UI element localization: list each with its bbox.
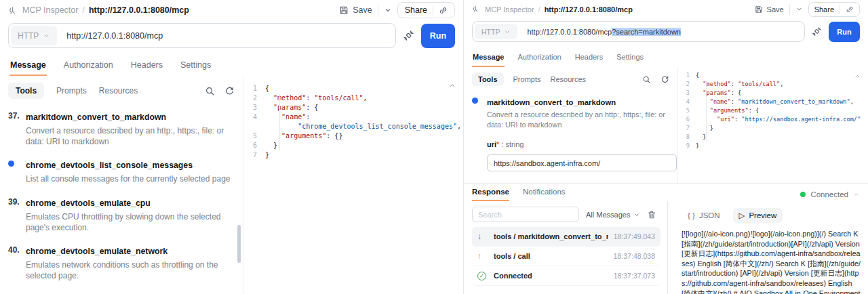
disconnect-plug-icon[interactable] <box>812 26 822 37</box>
message-direction-icon: ✓ <box>477 272 494 280</box>
tab-headers[interactable]: Headers <box>574 50 604 67</box>
message-row[interactable]: ↓ tools / markitdown_convert_to_mar... 1… <box>472 227 660 247</box>
save-label: Save <box>353 5 372 15</box>
request-url-input[interactable]: http://127.0.0.1:8080/mcp <box>66 31 163 41</box>
subtab-prompts[interactable]: Prompts <box>513 75 541 83</box>
divider <box>378 5 378 16</box>
share-button-group[interactable]: Share <box>397 2 455 18</box>
tools-column: Tools Prompts Resources <box>464 67 677 183</box>
save-button[interactable]: Save <box>755 4 803 15</box>
message-direction-icon: ↑ <box>477 251 494 261</box>
tab-message[interactable]: Message <box>472 50 505 67</box>
parameter-name: uri <box>487 140 496 148</box>
tool-list-item[interactable]: 39. chrome_devtools_emulate_cpu Emulates… <box>8 196 235 233</box>
selected-tool[interactable]: markitdown_convert_to_markdown Convert a… <box>472 96 669 129</box>
message-label: tools / call <box>494 252 608 260</box>
tool-description: Emulates network conditions such as thro… <box>26 259 235 281</box>
subtab-prompts[interactable]: Prompts <box>56 86 87 96</box>
save-menu-chevron-icon[interactable] <box>795 5 803 13</box>
message-timestamp: 18:37:48.038 <box>614 252 655 260</box>
message-tabs: Message Authorization Headers Settings <box>0 55 463 76</box>
collapse-editor-chevron-icon[interactable] <box>448 81 456 89</box>
tool-list: 37. markitdown_convert_to_markdown Conve… <box>8 110 235 294</box>
tools-column: Tools Prompts Resources <box>0 76 243 294</box>
tab-settings[interactable]: Settings <box>180 58 212 76</box>
run-button[interactable]: Run <box>829 22 860 42</box>
json-code[interactable]: 1{2 "method": "tools/call",3 "params": {… <box>678 67 868 150</box>
tool-name: chrome_devtools_list_console_messages <box>26 161 193 170</box>
parameter-type: : string <box>499 140 524 148</box>
tab-notifications[interactable]: Notifications <box>523 188 566 201</box>
protocol-select[interactable]: HTTP <box>11 26 57 45</box>
subtab-resources[interactable]: Resources <box>99 86 138 96</box>
tab-authorization[interactable]: Authorization <box>63 58 114 76</box>
indent-guide <box>706 80 707 142</box>
save-button[interactable]: Save <box>339 5 392 16</box>
disconnect-plug-icon[interactable] <box>403 30 414 41</box>
search-icon[interactable] <box>642 75 651 84</box>
request-url-input[interactable]: http://127.0.0.1:8080/mcp?search=markitd… <box>527 28 681 36</box>
protocol-select[interactable]: HTTP <box>475 24 517 39</box>
tool-name: markitdown_convert_to_markdown <box>26 112 166 122</box>
message-row[interactable]: ↑ tools / call 18:37:48.038 <box>472 247 660 266</box>
clear-messages-trash-icon[interactable] <box>647 210 656 219</box>
preview-view-button[interactable]: ▷ Preview <box>733 208 783 223</box>
mcp-logo-icon <box>8 6 17 15</box>
run-button[interactable]: Run <box>421 24 455 48</box>
response-section: Response Notifications Connected <box>464 183 868 294</box>
tab-message[interactable]: Message <box>9 58 47 76</box>
tool-description: Convert a resource described by an http:… <box>26 125 235 147</box>
tool-list-item[interactable]: 37. markitdown_convert_to_markdown Conve… <box>8 110 235 147</box>
message-timestamp: 18:37:49.043 <box>614 232 655 240</box>
tool-number: 37. <box>8 110 26 147</box>
tool-list-item[interactable]: 40. chrome_devtools_emulate_network Emul… <box>8 245 235 281</box>
message-search-input[interactable] <box>472 207 579 222</box>
refresh-icon[interactable] <box>224 86 235 96</box>
breadcrumb-app: MCP Inspector <box>485 5 534 14</box>
window-header: MCP Inspector / http://127.0.0.1:8080/mc… <box>464 0 868 18</box>
markdown-preview-text[interactable]: [![logo](/aio-icon.png)![logo](/aio-icon… <box>682 229 863 294</box>
request-url-box[interactable]: HTTP http://127.0.0.1:8080/mcp?search=ma… <box>472 21 805 42</box>
scrollbar-thumb[interactable] <box>237 225 241 263</box>
breadcrumb-url: http://127.0.0.1:8080/mcp <box>545 5 633 14</box>
request-url-box[interactable]: HTTP http://127.0.0.1:8080/mcp <box>8 23 396 48</box>
divider <box>789 4 790 15</box>
json-code[interactable]: 1{2 "method": "tools/call",3 "params": {… <box>243 76 463 160</box>
json-editor[interactable]: 1{2 "method": "tools/call",3 "params": {… <box>243 76 463 294</box>
message-tabs: Message Authorization Headers Settings <box>464 49 868 67</box>
collapse-response-chevron-icon[interactable] <box>853 191 860 198</box>
url-base: http://127.0.0.1:8080/mcp <box>527 28 612 36</box>
message-list: ↓ tools / markitdown_convert_to_mar... 1… <box>472 227 660 286</box>
subtab-tools[interactable]: Tools <box>472 72 504 86</box>
message-filter-select[interactable]: All Messages <box>586 211 640 219</box>
tab-settings[interactable]: Settings <box>616 50 644 67</box>
tab-response[interactable]: Response <box>472 188 509 201</box>
subtab-resources[interactable]: Resources <box>550 75 586 83</box>
share-button-group[interactable]: Share <box>808 2 860 17</box>
tool-name: markitdown_convert_to_markdown <box>487 98 616 106</box>
copy-link-icon[interactable] <box>439 6 448 15</box>
json-editor[interactable]: 1{2 "method": "tools/call",3 "params": {… <box>677 67 868 183</box>
json-view-button[interactable]: { } JSON <box>682 209 726 222</box>
tab-headers[interactable]: Headers <box>130 58 163 76</box>
subtab-tools[interactable]: Tools <box>8 83 44 99</box>
message-timestamp: 18:37:37.073 <box>614 272 655 280</box>
json-view-label: JSON <box>699 211 720 219</box>
indent-guide <box>279 93 280 150</box>
breadcrumb-separator: / <box>82 5 84 15</box>
share-label: Share <box>814 5 834 14</box>
refresh-icon[interactable] <box>660 75 669 84</box>
copy-link-icon[interactable] <box>846 5 854 14</box>
message-label: tools / markitdown_convert_to_mar... <box>494 232 608 240</box>
tool-list-item[interactable]: chrome_devtools_list_console_messages Li… <box>8 159 235 184</box>
parameter-label: uri* : string <box>487 140 524 148</box>
collapse-editor-chevron-icon[interactable] <box>854 72 861 80</box>
search-icon[interactable] <box>205 86 215 96</box>
save-menu-chevron-icon[interactable] <box>384 6 392 14</box>
message-row[interactable]: ✓ Connected 18:37:37.073 <box>472 266 660 286</box>
protocol-label: HTTP <box>18 31 39 41</box>
tab-authorization[interactable]: Authorization <box>517 50 561 67</box>
tool-description: List all console messages for the curren… <box>26 173 235 184</box>
divider <box>433 5 433 15</box>
uri-input[interactable] <box>487 154 677 171</box>
